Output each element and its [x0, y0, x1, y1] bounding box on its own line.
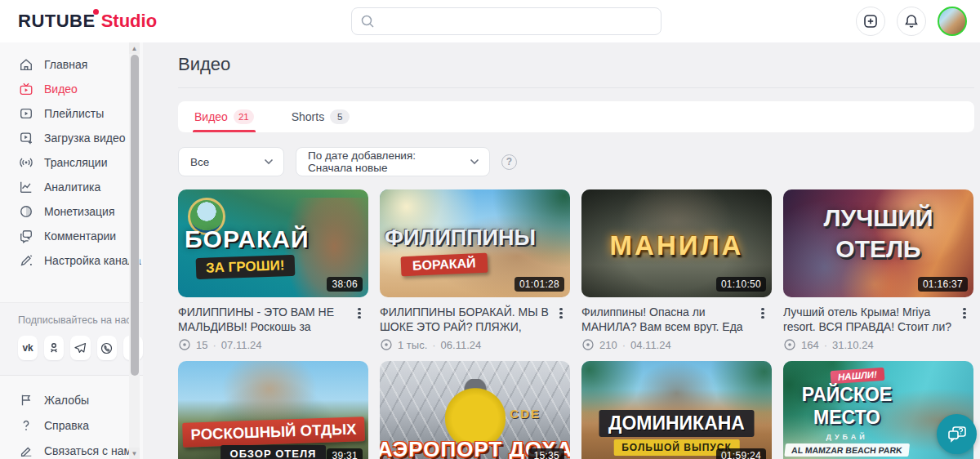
views-icon: [581, 338, 595, 351]
analytics-icon: [18, 180, 33, 195]
kebab-menu-icon[interactable]: [552, 305, 570, 334]
sidebar-item-label: Монетизация: [44, 205, 115, 218]
chevron-down-icon: [264, 158, 274, 165]
user-avatar[interactable]: [938, 7, 967, 36]
video-thumbnail[interactable]: CDE АЭРОПОРТ ДОХА 15:35: [380, 361, 570, 459]
publish-date: 07.11.24: [221, 339, 262, 351]
odnoklassniki-icon[interactable]: [44, 336, 64, 360]
tab-label: Shorts: [292, 110, 324, 123]
video-info: Лучший отель Крыма! Mriya resort. ВСЯ ПР…: [783, 305, 973, 334]
video-card: ЛУЧШИЙ ОТЕЛЬ 01:16:37 Лучший отель Крыма…: [783, 189, 973, 351]
top-bar: RUTUBE Studio: [0, 0, 980, 42]
video-thumbnail[interactable]: МАНИЛА 01:10:50: [581, 189, 772, 297]
sort-dropdown[interactable]: По дате добавления: Сначала новые: [296, 147, 490, 176]
notifications-button[interactable]: [897, 7, 926, 36]
scrollbar-down-arrow[interactable]: ▼: [129, 448, 140, 459]
search-icon: [360, 14, 375, 29]
create-upload-button[interactable]: [856, 7, 885, 36]
video-title[interactable]: ФИЛИППИНЫ БОРАКАЙ. МЫ В ШОКЕ ЭТО РАЙ? ПЛ…: [380, 305, 552, 334]
publish-date: 04.11.24: [630, 339, 671, 351]
sidebar-item-analytics[interactable]: Аналитика: [0, 175, 143, 199]
monetization-icon: [18, 204, 33, 220]
kebab-menu-icon[interactable]: [754, 305, 772, 334]
filters-row: Все По дате добавления: Сначала новые ?: [178, 147, 974, 176]
sidebar-item-complaints[interactable]: Жалобы: [0, 387, 143, 412]
rutube-studio-logo[interactable]: RUTUBE Studio: [0, 11, 343, 32]
logo-brand-text: RUTUBE: [18, 11, 96, 32]
video-thumbnail[interactable]: РОСКОШНЫЙ ОТДЫХ ОБЗОР ОТЕЛЯ 39:31: [178, 361, 368, 459]
video-info: Филиппины! Опасна ли МАНИЛА? Вам всем вр…: [581, 305, 772, 334]
meta-separator: ·: [212, 339, 216, 351]
subscribe-title: Подписывайтесь на нас: [18, 314, 143, 326]
sidebar-item-help[interactable]: Справка: [0, 412, 143, 438]
views-count: 1 тыс.: [398, 339, 427, 351]
video-meta: 210 · 04.11.24: [581, 338, 772, 351]
sidebar-item-label: Плейлисты: [44, 107, 104, 120]
views-icon: [380, 338, 393, 351]
sidebar-item-label: Настройка канала: [44, 254, 141, 267]
meta-separator: ·: [432, 339, 435, 351]
sidebar-item-broadcasts[interactable]: Трансляции: [0, 150, 143, 175]
thumbnail-text: ОТЕЛЬ: [835, 235, 920, 263]
search-bar[interactable]: [351, 7, 662, 35]
sidebar-item-label: Загрузка видео: [44, 131, 126, 145]
vk-icon[interactable]: vk: [18, 336, 38, 360]
search-input[interactable]: [381, 8, 653, 34]
video-title[interactable]: Лучший отель Крыма! Mriya resort. ВСЯ ПР…: [783, 305, 956, 334]
video-card: БОРАКАЙ ЗА ГРОШИ! 38:06 ФИЛИППИНЫ - ЭТО …: [178, 189, 368, 351]
page-title: Видео: [178, 54, 974, 75]
scrollbar-thumb[interactable]: [131, 55, 139, 376]
duration-badge: 01:16:37: [918, 277, 968, 292]
thumbnail-badge-text: НАШЛИ!: [831, 368, 885, 385]
video-title[interactable]: ФИЛИППИНЫ - ЭТО ВАМ НЕ МАЛЬДИВЫ! Роскошь…: [178, 305, 350, 334]
thumbnail-text: БОРАКАЙ: [185, 225, 309, 253]
meta-separator: ·: [622, 339, 626, 351]
duration-badge: 01:01:28: [514, 277, 564, 292]
duration-badge: 39:31: [327, 448, 363, 459]
views-count: 164: [801, 339, 819, 351]
playlist-icon: [18, 106, 33, 122]
kebab-menu-icon[interactable]: [956, 305, 973, 334]
kebab-menu-icon[interactable]: [350, 305, 368, 334]
help-icon[interactable]: ?: [501, 154, 517, 170]
category-filter-dropdown[interactable]: Все: [178, 147, 284, 176]
sidebar-item-playlists[interactable]: Плейлисты: [0, 101, 143, 126]
viber-icon[interactable]: [97, 336, 117, 360]
sidebar-item-videos[interactable]: Видео: [0, 77, 143, 101]
sidebar-item-monetization[interactable]: Монетизация: [0, 199, 143, 224]
video-title[interactable]: Филиппины! Опасна ли МАНИЛА? Вам всем вр…: [581, 305, 754, 334]
video-info: ФИЛИППИНЫ - ЭТО ВАМ НЕ МАЛЬДИВЫ! Роскошь…: [178, 305, 368, 334]
sidebar-item-upload-video[interactable]: Загрузка видео: [0, 126, 143, 150]
video-thumbnail[interactable]: ЛУЧШИЙ ОТЕЛЬ 01:16:37: [783, 189, 973, 297]
sidebar-item-label: Связаться с нами: [44, 444, 138, 457]
video-card: ФИЛИППИНЫ БОРАКАЙ 01:01:28 ФИЛИППИНЫ БОР…: [380, 189, 570, 351]
sidebar: Главная Видео Плейлисты Загрузка видео Т…: [0, 42, 143, 459]
question-icon: [18, 417, 33, 433]
video-card: РОСКОШНЫЙ ОТДЫХ ОБЗОР ОТЕЛЯ 39:31: [178, 361, 368, 459]
sidebar-item-home[interactable]: Главная: [0, 52, 143, 77]
sidebar-item-contact-us[interactable]: Связаться с нами: [0, 438, 143, 459]
social-buttons: vk +: [18, 336, 143, 360]
bell-icon: [903, 13, 920, 29]
sidebar-item-comments[interactable]: Комментарии: [0, 224, 143, 248]
video-meta: 1 тыс. · 06.11.24: [380, 338, 570, 351]
duration-badge: 15:35: [528, 448, 564, 459]
video-thumbnail[interactable]: ФИЛИППИНЫ БОРАКАЙ 01:01:28: [380, 189, 570, 297]
video-thumbnail[interactable]: БОРАКАЙ ЗА ГРОШИ! 38:06: [178, 189, 368, 297]
tab-shorts[interactable]: Shorts 5: [290, 101, 351, 132]
views-count: 210: [599, 339, 617, 351]
video-grid: БОРАКАЙ ЗА ГРОШИ! 38:06 ФИЛИППИНЫ - ЭТО …: [178, 189, 974, 459]
scrollbar-up-arrow[interactable]: ▲: [129, 42, 140, 54]
tab-videos[interactable]: Видео 21: [193, 101, 256, 132]
subscribe-section: Подписывайтесь на нас vk +: [0, 302, 143, 375]
thumbnail-text: ФИЛИППИНЫ: [385, 225, 536, 251]
video-card: ДОМИНИКАНА БОЛЬШОЙ ВЫПУСК 01:59:24: [581, 361, 772, 459]
duration-badge: 01:59:24: [716, 448, 766, 459]
flag-icon: [18, 392, 33, 408]
sidebar-item-channel-settings[interactable]: Настройка канала: [0, 248, 143, 273]
sidebar-scrollbar[interactable]: ▲ ▼: [129, 42, 140, 459]
views-count: 15: [196, 339, 207, 351]
support-chat-button[interactable]: [937, 414, 977, 454]
video-thumbnail[interactable]: ДОМИНИКАНА БОЛЬШОЙ ВЫПУСК 01:59:24: [581, 361, 772, 459]
telegram-icon[interactable]: [70, 336, 90, 360]
